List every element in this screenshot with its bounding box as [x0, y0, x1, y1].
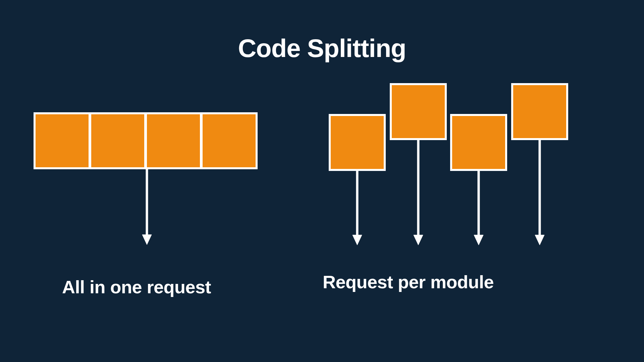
arrow-down-icon	[140, 169, 154, 246]
split-module-box	[511, 83, 568, 140]
right-caption: Request per module	[323, 272, 494, 292]
left-caption: All in one request	[62, 277, 211, 297]
split-module-box	[390, 83, 447, 140]
bundle-module-box	[145, 112, 202, 169]
svg-marker-1	[142, 235, 152, 245]
bundle-module-box	[201, 112, 258, 169]
diagram-title: Code Splitting	[0, 34, 644, 63]
arrow-down-icon	[412, 140, 425, 246]
bundle-module-box	[34, 112, 91, 169]
svg-marker-7	[474, 235, 483, 245]
svg-marker-3	[353, 235, 362, 245]
arrow-down-icon	[351, 171, 364, 246]
svg-marker-5	[414, 235, 423, 245]
arrow-down-icon	[472, 171, 485, 246]
bundle-module-box	[89, 112, 146, 169]
split-module-box	[329, 114, 386, 171]
split-module-box	[450, 114, 507, 171]
arrow-down-icon	[533, 140, 546, 246]
svg-marker-9	[535, 235, 544, 245]
